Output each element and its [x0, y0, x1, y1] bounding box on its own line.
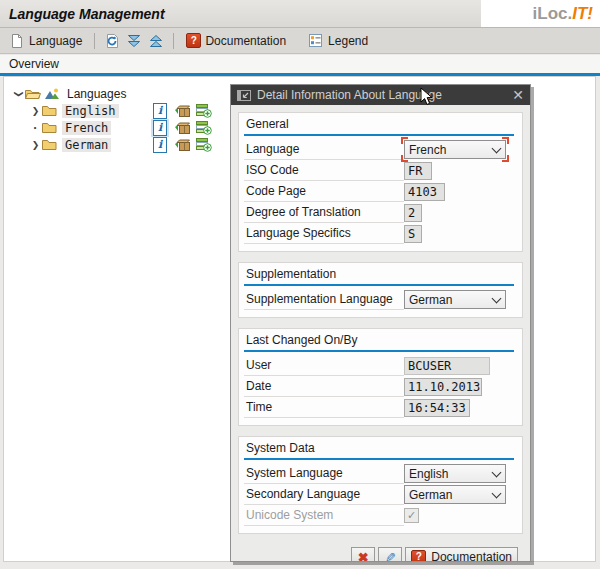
- field-label: ISO Code: [244, 160, 404, 181]
- date-field: 11.10.2013: [404, 378, 482, 396]
- field-label: Secondary Language: [244, 484, 404, 505]
- field-label: Degree of Translation: [244, 202, 404, 223]
- dialog-footer: Documentation: [238, 544, 523, 561]
- transport-package-icon[interactable]: [174, 103, 191, 118]
- window-titlebar: Language Management iLoc.IT!: [0, 0, 600, 28]
- section-last-changed-heading: Last Changed On/By: [244, 331, 514, 352]
- section-supplementation: Supplementation Supplementation Language…: [238, 262, 523, 318]
- field-row-language: Language French: [244, 139, 514, 160]
- section-system-data: System Data System Language English Seco…: [238, 436, 523, 534]
- edit-button[interactable]: [378, 547, 402, 561]
- folder-icon: [41, 104, 57, 117]
- tree-item-label: French: [62, 121, 111, 135]
- dialog-titlebar[interactable]: Detail Information About Language ✕: [231, 85, 530, 105]
- help-question-icon: [411, 550, 426, 562]
- section-system-data-heading: System Data: [244, 439, 514, 460]
- pencil-icon: [385, 551, 396, 562]
- system-language-dropdown[interactable]: English: [404, 464, 506, 483]
- tree-root-label: Languages: [67, 87, 126, 101]
- folder-icon: [41, 138, 57, 151]
- field-label: Code Page: [244, 181, 404, 202]
- tree-row-german[interactable]: German: [4, 136, 244, 153]
- section-last-changed: Last Changed On/By User BCUSER Date 11.1…: [238, 328, 523, 426]
- tree-row-english[interactable]: English: [4, 102, 244, 119]
- language-button[interactable]: Language: [6, 31, 85, 51]
- user-field: BCUSER: [404, 357, 490, 375]
- documentation-button-label: Documentation: [205, 34, 286, 48]
- tree-row-french[interactable]: French: [4, 119, 244, 136]
- dialog-title: Detail Information About Language: [257, 88, 506, 102]
- chevron-down-icon: [492, 143, 502, 153]
- chevron-down-icon: [492, 293, 502, 303]
- cancel-button[interactable]: [351, 547, 375, 561]
- new-document-icon: [9, 33, 25, 49]
- info-icon-wrap[interactable]: [151, 136, 169, 154]
- detail-information-dialog: Detail Information About Language ✕ Gene…: [230, 84, 531, 562]
- language-specifics-field[interactable]: S: [404, 225, 422, 243]
- legend-icon: [308, 33, 324, 49]
- refresh-icon[interactable]: [104, 33, 120, 49]
- code-page-field[interactable]: 4103: [404, 183, 445, 201]
- field-label: Date: [244, 376, 404, 397]
- field-row-system-language: System Language English: [244, 463, 514, 484]
- open-folder-icon: [24, 87, 41, 101]
- info-icon: [153, 120, 167, 136]
- field-label: Language Specifics: [244, 223, 404, 244]
- section-general: General Language French ISO Code FR Co: [238, 112, 523, 252]
- add-entry-icon[interactable]: [195, 137, 212, 152]
- language-button-label: Language: [29, 34, 82, 48]
- field-label: Language: [244, 139, 404, 160]
- info-icon-wrap[interactable]: [151, 102, 169, 120]
- transport-package-icon[interactable]: [174, 137, 191, 152]
- dialog-documentation-button[interactable]: Documentation: [405, 547, 518, 561]
- tab-overview[interactable]: Overview: [0, 55, 600, 73]
- tree-item-label-wrap: French: [62, 121, 151, 135]
- dialog-panel-icon: [237, 90, 251, 101]
- field-row-iso-code: ISO Code FR: [244, 160, 514, 181]
- time-field: 16:54:33: [404, 399, 470, 417]
- add-entry-icon[interactable]: [195, 120, 212, 135]
- field-row-code-page: Code Page 4103: [244, 181, 514, 202]
- chevron-collapsed-icon[interactable]: [30, 105, 41, 116]
- red-x-icon: [358, 551, 369, 562]
- chevron-expanded-icon[interactable]: [13, 88, 24, 99]
- section-general-heading: General: [244, 115, 514, 136]
- field-row-supplementation-language: Supplementation Language German: [244, 289, 514, 310]
- add-entry-icon[interactable]: [195, 103, 212, 118]
- tree-row-languages[interactable]: Languages: [4, 85, 244, 102]
- brand-logo-suffix: IT!: [572, 4, 593, 24]
- section-supplementation-heading: Supplementation: [244, 265, 514, 286]
- focus-frame: French: [404, 140, 506, 159]
- legend-button-label: Legend: [328, 34, 368, 48]
- language-dropdown[interactable]: French: [404, 140, 506, 159]
- expand-all-icon[interactable]: [126, 33, 142, 49]
- close-icon[interactable]: ✕: [512, 88, 524, 102]
- documentation-button[interactable]: Documentation: [183, 31, 289, 50]
- degree-of-translation-field[interactable]: 2: [404, 204, 422, 222]
- landscape-group-icon: [44, 87, 60, 101]
- info-icon-wrap-selected[interactable]: [151, 119, 169, 137]
- transport-package-icon[interactable]: [174, 120, 191, 135]
- dialog-body: General Language French ISO Code FR Co: [231, 105, 530, 561]
- legend-button[interactable]: Legend: [305, 31, 371, 51]
- dialog-documentation-label: Documentation: [431, 550, 512, 561]
- chevron-down-icon: [492, 467, 502, 477]
- system-language-value: English: [409, 467, 448, 481]
- iso-code-field[interactable]: FR: [404, 162, 432, 180]
- unicode-system-checkbox: [404, 508, 419, 523]
- help-question-icon: [186, 33, 201, 48]
- info-icon: [153, 103, 167, 119]
- field-label: Unicode System: [244, 505, 404, 526]
- chevron-down-icon: [492, 488, 502, 498]
- field-row-date: Date 11.10.2013: [244, 376, 514, 397]
- supplementation-language-dropdown[interactable]: German: [404, 290, 506, 309]
- collapse-all-icon[interactable]: [148, 33, 164, 49]
- supplementation-language-value: German: [409, 293, 452, 307]
- chevron-collapsed-icon[interactable]: [30, 139, 41, 150]
- tab-bar: Overview: [0, 55, 600, 73]
- info-icon: [153, 137, 167, 153]
- field-label: Time: [244, 397, 404, 418]
- field-label: System Language: [244, 463, 404, 484]
- field-row-secondary-language: Secondary Language German: [244, 484, 514, 505]
- secondary-language-dropdown[interactable]: German: [404, 485, 506, 504]
